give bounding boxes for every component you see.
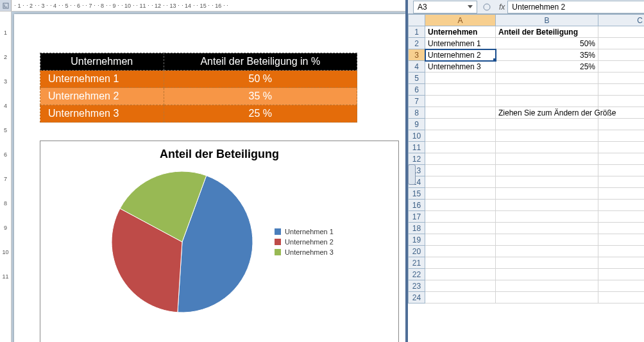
row-header[interactable]: 3 bbox=[409, 49, 425, 61]
row-header[interactable]: 8 bbox=[409, 107, 425, 119]
row-header[interactable]: 2 bbox=[409, 38, 425, 49]
cell[interactable] bbox=[496, 280, 598, 292]
cell[interactable] bbox=[496, 73, 598, 84]
cell[interactable] bbox=[425, 223, 496, 234]
dropdown-icon[interactable] bbox=[468, 5, 473, 8]
cell[interactable] bbox=[425, 200, 496, 211]
cell[interactable] bbox=[425, 257, 496, 269]
cell[interactable]: Unternehmen 1 bbox=[425, 38, 496, 49]
table-row[interactable]: Unternehmen 3 25 % bbox=[40, 105, 357, 123]
row-header[interactable]: 9 bbox=[409, 119, 425, 130]
cell[interactable] bbox=[425, 269, 496, 280]
select-all-corner[interactable] bbox=[409, 15, 425, 26]
cell[interactable] bbox=[598, 84, 645, 96]
row-header[interactable]: 4 bbox=[409, 61, 425, 73]
cell[interactable] bbox=[598, 292, 645, 304]
cell[interactable] bbox=[496, 257, 598, 269]
row-header[interactable]: 20 bbox=[409, 246, 425, 257]
cell[interactable] bbox=[425, 142, 496, 153]
cell[interactable]: Anteil der Beteiligung bbox=[496, 26, 598, 38]
row-header[interactable]: 21 bbox=[409, 257, 425, 269]
cell[interactable] bbox=[598, 38, 645, 49]
row-header[interactable]: 11 bbox=[409, 142, 425, 153]
cell[interactable] bbox=[425, 84, 496, 96]
cell[interactable]: Unternehmen 2 bbox=[425, 49, 496, 61]
cell[interactable]: 35% bbox=[496, 49, 598, 61]
cell[interactable] bbox=[598, 73, 645, 84]
row-header[interactable]: 10 bbox=[409, 130, 425, 142]
cell[interactable] bbox=[425, 153, 496, 165]
cell[interactable] bbox=[425, 188, 496, 200]
cell[interactable] bbox=[598, 130, 645, 142]
cell[interactable] bbox=[425, 96, 496, 107]
spreadsheet-grid[interactable]: ABC1UnternehmenAnteil der Beteiligung2Un… bbox=[408, 14, 644, 342]
cell[interactable] bbox=[598, 200, 645, 211]
cell[interactable] bbox=[425, 119, 496, 130]
cell[interactable] bbox=[598, 165, 645, 176]
cell[interactable] bbox=[598, 211, 645, 223]
cell[interactable] bbox=[496, 176, 598, 188]
cell[interactable] bbox=[496, 142, 598, 153]
row-header[interactable]: 17 bbox=[409, 211, 425, 223]
name-box[interactable]: A3 bbox=[413, 1, 477, 13]
fx-label[interactable]: fx bbox=[499, 3, 505, 12]
cell[interactable] bbox=[598, 96, 645, 107]
column-header[interactable]: B bbox=[496, 15, 598, 26]
cell[interactable] bbox=[598, 234, 645, 246]
cell[interactable] bbox=[598, 26, 645, 38]
cell[interactable] bbox=[598, 119, 645, 130]
cell[interactable] bbox=[598, 142, 645, 153]
cell[interactable] bbox=[425, 176, 496, 188]
row-header[interactable]: 18 bbox=[409, 223, 425, 234]
cell[interactable] bbox=[496, 130, 598, 142]
cell[interactable] bbox=[496, 234, 598, 246]
table-row[interactable]: Unternehmen 2 35 % bbox=[40, 88, 357, 105]
cell[interactable] bbox=[496, 269, 598, 280]
cell[interactable] bbox=[425, 107, 496, 119]
row-header[interactable]: 6 bbox=[409, 84, 425, 96]
cell[interactable] bbox=[496, 84, 598, 96]
cell[interactable] bbox=[496, 200, 598, 211]
row-header[interactable]: 12 bbox=[409, 153, 425, 165]
cell[interactable] bbox=[425, 234, 496, 246]
row-header[interactable]: 22 bbox=[409, 269, 425, 280]
row-header[interactable]: 7 bbox=[409, 96, 425, 107]
cell[interactable] bbox=[425, 292, 496, 304]
cell[interactable] bbox=[598, 257, 645, 269]
cell[interactable] bbox=[598, 153, 645, 165]
cell[interactable]: Ziehen Sie zum Ändern der Größe bbox=[496, 107, 598, 119]
cell[interactable] bbox=[496, 246, 598, 257]
row-header[interactable]: 16 bbox=[409, 200, 425, 211]
cell[interactable] bbox=[425, 280, 496, 292]
cell[interactable]: 50% bbox=[496, 38, 598, 49]
row-header[interactable]: 5 bbox=[409, 73, 425, 84]
cell[interactable] bbox=[598, 188, 645, 200]
h-ruler-track[interactable]: ⋅ 1 ⋅ ⋅ 2 ⋅ ⋅ 3 ⋅ ⋅ 4 ⋅ ⋅ 5 ⋅ ⋅ 6 ⋅ ⋅ 7 … bbox=[12, 3, 405, 9]
column-header[interactable]: A bbox=[425, 15, 496, 26]
cell[interactable] bbox=[598, 246, 645, 257]
row-header[interactable]: 23 bbox=[409, 280, 425, 292]
row-header[interactable]: 15 bbox=[409, 188, 425, 200]
cell[interactable] bbox=[598, 223, 645, 234]
cell[interactable] bbox=[496, 119, 598, 130]
cell[interactable]: Unternehmen bbox=[425, 26, 496, 38]
cell[interactable]: Unternehmen 3 bbox=[425, 61, 496, 73]
formula-input[interactable]: Unternehmen 2 bbox=[507, 1, 644, 13]
cell[interactable] bbox=[496, 223, 598, 234]
page-area[interactable]: Unternehmen Anteil der Beteiligung in % … bbox=[12, 12, 405, 342]
ruler-corner-icon[interactable] bbox=[0, 0, 12, 12]
cancel-formula-button[interactable] bbox=[479, 1, 495, 13]
pane-splitter[interactable] bbox=[405, 0, 408, 342]
cell[interactable] bbox=[425, 165, 496, 176]
table-row[interactable]: Unternehmen 1 50 % bbox=[40, 71, 357, 88]
cell[interactable]: 25% bbox=[496, 61, 598, 73]
pie-chart-object[interactable]: Anteil der Beteiligung Unternehmen 1 Unt… bbox=[40, 141, 399, 342]
cell[interactable] bbox=[425, 130, 496, 142]
cell[interactable] bbox=[598, 61, 645, 73]
cell[interactable] bbox=[425, 246, 496, 257]
cell[interactable] bbox=[598, 280, 645, 292]
cell[interactable] bbox=[598, 49, 645, 61]
cell[interactable] bbox=[496, 96, 598, 107]
document-page[interactable]: Unternehmen Anteil der Beteiligung in % … bbox=[14, 14, 405, 342]
cell[interactable] bbox=[496, 153, 598, 165]
